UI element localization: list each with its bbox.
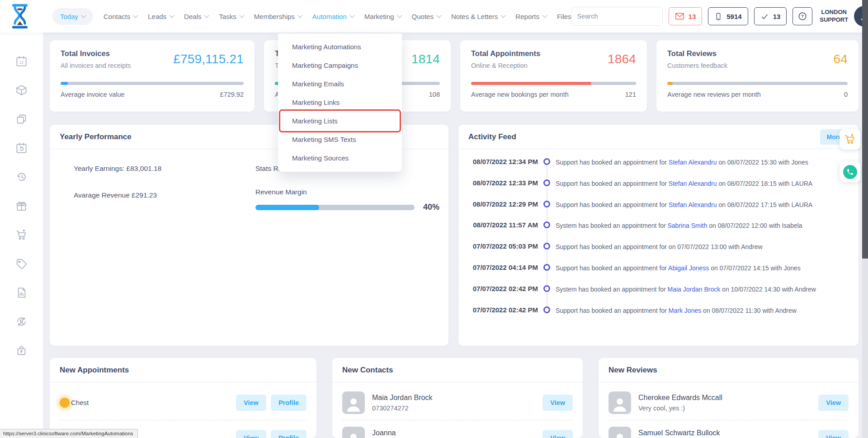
calendar-icon[interactable]: 12 — [15, 55, 28, 67]
stat-cards-row: Total InvoicesAll invoices and receipts£… — [50, 40, 859, 112]
nav-item-contacts[interactable]: Contacts — [104, 13, 137, 20]
nav-item-notes-letters[interactable]: Notes & Letters — [451, 13, 505, 20]
cart-widget-button[interactable] — [840, 129, 860, 150]
contact-link[interactable]: Abigail Joness — [668, 264, 709, 272]
activity-entry: 07/07/2022 05:03 PMSupport has booked an… — [458, 242, 849, 263]
contact-link[interactable]: Maia Jordan Brock — [667, 286, 720, 293]
location-label: LONDON SUPPORT — [820, 9, 848, 24]
gift-icon[interactable] — [15, 200, 28, 212]
lock-icon[interactable] — [15, 344, 28, 357]
nav-item-files[interactable]: Files — [557, 13, 571, 20]
dropdown-item-marketing-lists[interactable]: Marketing Lists — [278, 112, 402, 130]
activity-feed-list: 08/07/2022 12:34 PMSupport has booked an… — [458, 149, 859, 326]
cart-icon[interactable] — [15, 229, 28, 241]
view-button[interactable]: View — [542, 430, 573, 438]
view-button[interactable]: View — [818, 430, 849, 438]
nav-item-reports[interactable]: Reports — [515, 13, 547, 20]
profile-button[interactable]: Profile — [271, 395, 307, 411]
stat-footer-label: Average new reviews per month — [667, 91, 761, 98]
cart-icon — [844, 133, 856, 145]
chevron-down-icon — [542, 13, 547, 18]
activity-timestamp: 08/07/2022 12:33 PM — [458, 179, 538, 187]
person-name: Joanna — [372, 429, 416, 437]
scrollbar-thumb[interactable] — [862, 0, 868, 259]
stat-card-value: £759,115.21 — [173, 52, 244, 66]
profile-button[interactable]: Profile — [271, 430, 307, 438]
nav-item-label: Deals — [184, 13, 201, 20]
activity-timestamp: 08/07/2022 12:29 PM — [458, 200, 538, 208]
timeline-dot-icon — [543, 306, 550, 313]
layers-icon[interactable] — [15, 113, 28, 125]
svg-text:?: ? — [801, 14, 804, 19]
stat-footer-value: 0 — [844, 91, 848, 98]
view-button[interactable]: View — [236, 430, 266, 438]
tasks-button[interactable]: 13 — [754, 7, 787, 25]
activity-timestamp: 08/07/2022 11:57 AM — [458, 221, 538, 229]
search-box — [571, 7, 663, 26]
activity-timestamp: 08/07/2022 12:34 PM — [458, 157, 538, 165]
clinicsoftware-logo[interactable] — [9, 3, 31, 29]
timeline-dot-icon — [543, 285, 550, 292]
dropdown-item-marketing-campaigns[interactable]: Marketing Campaigns — [278, 56, 402, 75]
chevron-down-icon — [169, 13, 174, 18]
dropdown-item-marketing-sms-texts[interactable]: Marketing SMS Texts — [278, 130, 402, 149]
revenue-margin-percent: 40% — [423, 203, 439, 212]
dropdown-item-marketing-links[interactable]: Marketing Links — [278, 93, 402, 112]
navbar-right: 13 5914 13 ? LONDON SUPPORT — [571, 6, 868, 27]
new-reviews-title: New Reviews — [609, 366, 657, 375]
progress-track — [61, 82, 244, 85]
review-row: Samuel Schwartz BullockNice!View — [609, 420, 849, 438]
person-detail: Very cool, yes :) — [638, 405, 722, 412]
nav-item-deals[interactable]: Deals — [184, 13, 208, 20]
sms-notifications-button[interactable]: 5914 — [708, 7, 748, 25]
appointment-row: ChestViewProfile — [60, 385, 307, 420]
progress-track — [471, 82, 636, 85]
nav-item-memberships[interactable]: Memberships — [254, 13, 302, 20]
view-button[interactable]: View — [236, 395, 266, 411]
stat-card-subtitle: All invoices and receipts — [61, 62, 131, 69]
email-notifications-button[interactable]: 13 — [669, 7, 703, 25]
revenue-margin-label: Revenue Margin — [255, 188, 439, 196]
view-button[interactable]: View — [818, 395, 849, 411]
nav-item-today[interactable]: Today — [52, 8, 93, 25]
help-button[interactable]: ? — [793, 7, 812, 25]
mobile-icon — [714, 12, 722, 21]
appointment-status-dot — [60, 398, 70, 408]
new-contacts-title: New Contacts — [342, 366, 393, 375]
report-icon[interactable] — [15, 287, 28, 299]
phone-widget-button[interactable] — [840, 161, 860, 182]
view-button[interactable]: View — [542, 395, 573, 411]
contact-link[interactable]: Mark Jones — [669, 307, 701, 314]
stat-card-1: Total InvoicesAll invoices and receipts£… — [50, 40, 255, 112]
search-input[interactable] — [572, 7, 663, 25]
contact-link[interactable]: Stefan Alexandru — [669, 180, 717, 187]
nav-item-tasks[interactable]: Tasks — [219, 13, 243, 20]
dropdown-item-marketing-automations[interactable]: Marketing Automations — [278, 38, 402, 56]
contact-link[interactable]: Stefan Alexandru — [669, 201, 717, 208]
price-tag-icon[interactable] — [15, 258, 28, 270]
chevron-down-icon — [204, 13, 209, 18]
nav-item-leads[interactable]: Leads — [148, 13, 174, 20]
calendar-refresh-icon[interactable] — [15, 142, 28, 154]
contact-link[interactable]: Stefan Alexandru — [669, 159, 717, 166]
contact-link[interactable]: Sabrina Smith — [667, 222, 707, 229]
activity-text: Support has booked an appointment for Ab… — [556, 263, 849, 272]
support-icon[interactable] — [15, 316, 28, 328]
automation-dropdown-menu: Marketing AutomationsMarketing Campaigns… — [278, 33, 402, 172]
timeline-dot-icon — [543, 158, 550, 165]
contact-row: Joanna078505877777View — [342, 420, 573, 438]
activity-timestamp: 07/07/2022 02:42 PM — [458, 306, 538, 314]
nav-item-marketing[interactable]: Marketing — [364, 13, 401, 20]
stat-card-subtitle: Online & Reception — [471, 62, 540, 69]
dropdown-item-marketing-sources[interactable]: Marketing Sources — [278, 149, 402, 167]
chevron-down-icon — [436, 13, 441, 18]
activity-entry: 07/07/2022 02:42 PMSystem has booked an … — [458, 284, 849, 306]
history-icon[interactable] — [15, 171, 28, 183]
nav-item-automation[interactable]: Automation — [312, 13, 354, 20]
nav-item-quotes[interactable]: Quotes — [412, 13, 441, 20]
dropdown-item-marketing-emails[interactable]: Marketing Emails — [278, 75, 402, 93]
revenue-margin-track — [255, 205, 415, 210]
stat-card-4: Total ReviewsCustomers feedback64Average… — [656, 40, 859, 112]
nav-item-label: Reports — [515, 13, 539, 20]
package-icon[interactable] — [15, 84, 28, 96]
